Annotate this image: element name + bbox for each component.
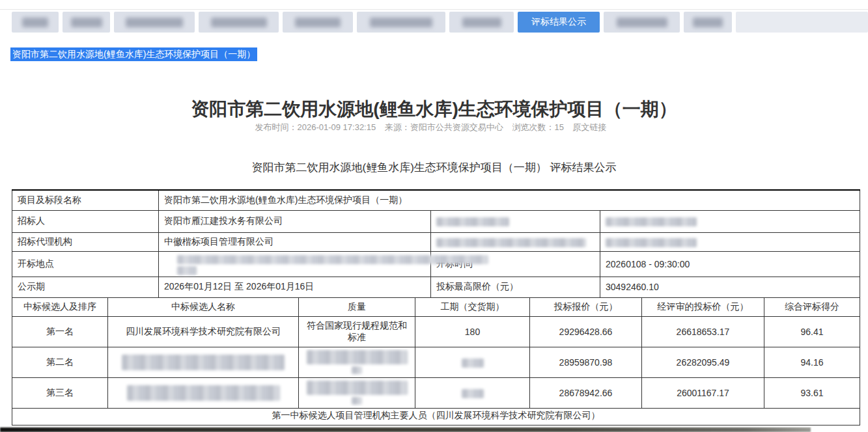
redacted-cell xyxy=(108,347,299,377)
announcement-subtitle: 资阳市第二饮用水源地(鲤鱼水库)生态环境保护项目（一期） 评标结果公示 xyxy=(0,160,868,175)
redacted-block xyxy=(352,366,362,374)
redacted-block xyxy=(122,355,285,370)
header-score: 综合评标得分 xyxy=(764,297,860,316)
quality-cell: 符合国家现行规程规范和标准 xyxy=(299,316,415,347)
bid-price-cell: 28959870.98 xyxy=(530,347,642,377)
nav-tab-redacted-4[interactable] xyxy=(199,12,279,33)
nav-tab-redacted-9[interactable] xyxy=(684,12,732,33)
name-cell: 四川发展环境科学技术研究院有限公司 xyxy=(108,316,299,347)
duration-cell: 180 xyxy=(415,316,530,347)
candidate-row-3: 第三名 28678942.66 26001167.17 93.61 xyxy=(12,377,860,408)
project-info-table: 项目及标段名称 资阳市第二饮用水源地(鲤鱼水库)生态环境保护项目（一期） 招标人… xyxy=(12,189,860,298)
redacted-cell xyxy=(415,347,530,377)
redacted-cell xyxy=(299,377,415,408)
tenderee-value: 资阳市雁江建投水务有限公司 xyxy=(159,210,431,232)
candidate-row-1: 第一名 四川发展环境科学技术研究院有限公司 符合国家现行规程规范和标准 180 … xyxy=(12,316,860,347)
selected-project-link[interactable]: 资阳市第二饮用水源地(鲤鱼水库)生态环境保护项目（一期） xyxy=(10,47,257,61)
source-label: 来源： xyxy=(385,122,410,132)
nav-tab-redacted-3[interactable] xyxy=(114,12,195,33)
redacted-tab-text xyxy=(693,18,723,27)
redacted-block xyxy=(307,381,408,395)
nav-tab-redacted-5[interactable] xyxy=(283,12,353,33)
bid-opening-place-label: 开标地点 xyxy=(12,251,159,277)
redacted-tab-text xyxy=(22,18,48,27)
rank-cell: 第二名 xyxy=(12,347,108,377)
redacted-block xyxy=(436,217,509,226)
publicity-period-label: 公示期 xyxy=(12,277,159,297)
original-link[interactable]: 原文链接 xyxy=(573,122,607,132)
redacted-cell xyxy=(415,377,530,408)
evaluated-price-cell: 26001167.17 xyxy=(642,377,764,408)
header-evaluated-price: 经评审的投标价（元） xyxy=(642,297,764,316)
publish-time-value: 2026-01-09 17:32:15 xyxy=(297,122,376,132)
top-divider xyxy=(0,9,868,10)
publicity-period-value: 2026年01月12日 至 2026年01月16日 xyxy=(159,277,431,297)
redacted-tab-text xyxy=(211,18,267,27)
evaluated-price-cell: 26282095.49 xyxy=(642,347,764,377)
source-value: 资阳市公共资源交易中心 xyxy=(410,122,503,132)
redacted-cell xyxy=(600,210,860,232)
score-cell: 96.41 xyxy=(764,316,860,347)
bid-price-cell: 29296428.66 xyxy=(530,316,642,347)
nav-tab-redacted-6[interactable] xyxy=(357,12,445,33)
nav-tab-evaluation-result[interactable]: 评标结果公示 xyxy=(518,12,600,33)
redacted-block xyxy=(177,266,197,275)
redacted-tab-text xyxy=(295,18,341,27)
score-cell: 93.61 xyxy=(764,377,860,408)
page-title: 资阳市第二饮用水源地(鲤鱼水库)生态环境保护项目（一期） xyxy=(0,97,868,122)
evaluated-price-cell: 26618653.17 xyxy=(642,316,764,347)
rank-cell: 第三名 xyxy=(12,377,108,408)
table-row: 项目及标段名称 资阳市第二饮用水源地(鲤鱼水库)生态环境保护项目（一期） xyxy=(12,190,860,210)
nav-tab-redacted-8[interactable] xyxy=(604,12,680,33)
nav-tab-redacted-7[interactable] xyxy=(449,12,514,33)
header-bid-price: 投标报价（元） xyxy=(530,297,642,316)
redacted-tab-text xyxy=(126,18,183,27)
announcement-tables: 项目及标段名称 资阳市第二饮用水源地(鲤鱼水库)生态环境保护项目（一期） 招标人… xyxy=(12,189,860,425)
redacted-tab-text xyxy=(370,18,432,27)
table-row: 开标地点 开标时间 20260108 - 09:30:00 xyxy=(12,251,860,277)
redacted-tab-text xyxy=(617,18,667,27)
max-bid-price-label: 投标最高限价（元） xyxy=(431,277,600,297)
tab-bar-spacer xyxy=(736,12,868,33)
project-name-value: 资阳市第二饮用水源地(鲤鱼水库)生态环境保护项目（一期） xyxy=(159,190,860,210)
redacted-bottom-band xyxy=(0,427,811,432)
tab-bar: 评标结果公示 xyxy=(12,12,868,33)
redacted-block xyxy=(127,385,280,401)
rank-cell: 第一名 xyxy=(12,316,108,347)
redacted-block xyxy=(436,238,586,247)
agency-label: 招标代理机构 xyxy=(12,232,159,251)
views-label: 浏览次数： xyxy=(512,122,554,132)
table-row: 招标代理机构 中徽楷标项目管理有限公司 xyxy=(12,232,860,251)
footer-note: 第一中标候选人项目管理机构主要人员（四川发展环境科学技术研究院有限公司） xyxy=(12,408,860,425)
active-tab-label: 评标结果公示 xyxy=(531,16,586,28)
agency-value: 中徽楷标项目管理有限公司 xyxy=(159,232,431,251)
publish-time-label: 发布时间： xyxy=(255,122,297,132)
redacted-tab-text xyxy=(71,18,102,27)
nav-tab-redacted-2[interactable] xyxy=(63,12,110,33)
redacted-cell xyxy=(431,232,600,251)
candidates-header-row: 中标候选人及排序 中标候选人名称 质量 工期（交货期） 投标报价（元） 经评审的… xyxy=(12,297,860,316)
nav-tab-redacted-1[interactable] xyxy=(12,12,59,33)
redacted-tab-text xyxy=(462,18,501,27)
tenderee-label: 招标人 xyxy=(12,210,159,232)
redacted-block xyxy=(462,358,484,368)
candidates-table: 中标候选人及排序 中标候选人名称 质量 工期（交货期） 投标报价（元） 经评审的… xyxy=(12,297,860,425)
redacted-block xyxy=(177,255,488,264)
bid-opening-time-value: 20260108 - 09:30:00 xyxy=(600,251,860,277)
redacted-block xyxy=(352,397,362,405)
article-meta: 发布时间：2026-01-09 17:32:15 来源：资阳市公共资源交易中心 … xyxy=(0,122,868,133)
redacted-block xyxy=(606,238,697,247)
redacted-cell xyxy=(108,377,299,408)
candidates-footer-row: 第一中标候选人项目管理机构主要人员（四川发展环境科学技术研究院有限公司） xyxy=(12,408,860,425)
header-duration: 工期（交货期） xyxy=(415,297,530,316)
redacted-cell xyxy=(431,210,600,232)
max-bid-price-value: 30492460.10 xyxy=(600,277,860,297)
redacted-cell xyxy=(159,251,431,277)
views-value: 15 xyxy=(554,122,563,132)
bid-price-cell: 28678942.66 xyxy=(530,377,642,408)
redacted-cell xyxy=(299,347,415,377)
redacted-block xyxy=(462,389,484,398)
redacted-block xyxy=(307,350,408,364)
table-row: 招标人 资阳市雁江建投水务有限公司 xyxy=(12,210,860,232)
redacted-block xyxy=(606,217,697,226)
